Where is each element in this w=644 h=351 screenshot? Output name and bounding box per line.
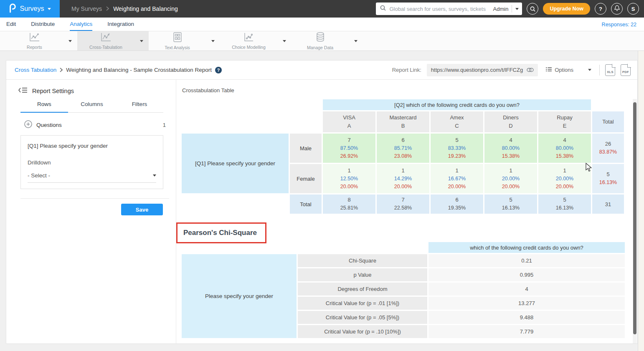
toolbar-label: Manage Data: [307, 45, 333, 50]
chi-stat-value: 0.995: [428, 268, 625, 281]
search-scope-label[interactable]: Admin: [493, 6, 509, 12]
report-main: Crosstabulation Table [Q2] which of the …: [176, 80, 637, 343]
tab-filters[interactable]: Filters: [116, 101, 163, 112]
column-header: DinersD: [484, 111, 537, 132]
nav-item-edit[interactable]: Edit: [6, 21, 16, 31]
choice-modelling-dropdown[interactable]: [277, 31, 292, 51]
question-item[interactable]: [Q1] Please specify your gender Drilldow…: [20, 135, 163, 189]
chi-stat-label: Degrees of Freedom: [298, 283, 427, 295]
responses-count[interactable]: Responses: 22: [602, 22, 636, 28]
search-button[interactable]: [527, 3, 538, 15]
chi-stat-value: 9.488: [428, 311, 625, 324]
chi-stat-value: 0.21: [428, 254, 625, 267]
report-title: Weighting and Balancing - Sample Crossta…: [66, 67, 212, 73]
report-url[interactable]: https://www.questionpro.com/t/lFFCZg: [431, 67, 523, 73]
chi-stat-value: 13.277: [428, 297, 625, 310]
toolbar-choice-modelling: Choice Modelling: [220, 31, 292, 51]
nav-item-integration[interactable]: Integration: [107, 21, 134, 31]
report-scrollbar: [633, 99, 637, 343]
scrollbar-thumb[interactable]: [633, 102, 636, 334]
options-label: Options: [555, 67, 573, 73]
total-cell: 516.13%: [538, 194, 591, 214]
cross-tabulation-dropdown[interactable]: [134, 31, 149, 51]
search-scope-dropdown-icon[interactable]: [515, 8, 519, 10]
toolbar-text-analysis-button[interactable]: Text Analysis: [149, 31, 206, 51]
add-question-icon[interactable]: [24, 120, 32, 130]
report-url-box[interactable]: https://www.questionpro.com/t/lFFCZg: [427, 64, 538, 76]
tab-columns[interactable]: Columns: [68, 101, 116, 112]
search-input[interactable]: [389, 6, 489, 12]
content-area: Cross Tabulation Weighting and Balancing…: [0, 51, 644, 351]
manage-data-dropdown[interactable]: [349, 31, 363, 51]
upgrade-now-button[interactable]: Upgrade Now: [543, 3, 590, 15]
pdf-icon: PDF: [622, 70, 629, 76]
options-button[interactable]: Options: [543, 67, 594, 73]
product-name: Surveys: [20, 5, 44, 13]
save-button[interactable]: Save: [121, 204, 163, 215]
report-link-label: Report Link:: [392, 67, 421, 73]
document-grid-icon: [173, 32, 182, 44]
help-button[interactable]: ?: [595, 3, 606, 15]
avatar[interactable]: S: [627, 3, 639, 15]
export-xls-button[interactable]: XLS: [605, 64, 615, 76]
toolbar-manage-data-button[interactable]: Manage Data: [292, 31, 349, 51]
global-search: Admin: [376, 3, 522, 15]
row-total-cell: 2683.87%: [592, 134, 624, 163]
row-total-cell: 516.13%: [592, 164, 624, 193]
text-analysis-dropdown[interactable]: [206, 31, 220, 51]
chi-stat-value: 7.779: [428, 325, 625, 338]
column-header: AmexC: [431, 111, 483, 132]
grand-total-cell: 31: [592, 194, 624, 214]
scatter-chart-icon: [244, 33, 254, 43]
product-switcher[interactable]: Surveys: [0, 0, 60, 18]
panel-title: Report Settings: [32, 88, 74, 94]
questions-row: Questions 1: [24, 120, 166, 130]
total-cell: 825.81%: [323, 194, 375, 214]
crosstab-table: [Q2] which of the following credit cards…: [180, 98, 625, 215]
data-cell: 583.33%19.23%: [431, 134, 483, 163]
report-card: Cross Tabulation Weighting and Balancing…: [6, 60, 638, 344]
chi-column-header: which of the following credit cards do y…: [428, 242, 625, 253]
questionpro-logo-icon: [9, 3, 16, 15]
drilldown-label: Drilldown: [28, 159, 156, 166]
chevron-right-icon: [106, 5, 109, 12]
toolbar-choice-modelling-button[interactable]: Choice Modelling: [220, 31, 277, 51]
export-pdf-button[interactable]: PDF: [621, 64, 631, 76]
chevron-right-icon: [60, 68, 63, 72]
chi-stat-value: 4: [428, 283, 625, 295]
toolbar-reports-button[interactable]: Reports: [6, 31, 63, 51]
report-settings-header: Report Settings: [18, 87, 176, 94]
total-row-label: Total: [290, 194, 322, 214]
collapse-panel-icon[interactable]: [18, 87, 28, 94]
top-bar: Surveys My Surveys Weighting and Balanci…: [0, 0, 644, 18]
notifications-button[interactable]: [611, 3, 623, 15]
tab-rows[interactable]: Rows: [20, 101, 68, 113]
breadcrumb-my-surveys[interactable]: My Surveys: [71, 5, 102, 12]
column-header: MastercardB: [377, 111, 429, 132]
row-question-cell: [Q1] Please specify your gender: [182, 134, 289, 193]
nav-item-analytics[interactable]: Analytics: [70, 21, 92, 31]
drilldown-select[interactable]: - Select -: [28, 172, 156, 183]
link-icon: [527, 66, 534, 74]
toolbar-manage-data: Manage Data: [292, 31, 363, 51]
data-cell: 120.00%20.00%: [538, 164, 591, 193]
reports-dropdown[interactable]: [63, 31, 77, 51]
cross-tabulation-link[interactable]: Cross Tabulation: [15, 67, 56, 73]
report-header: Cross Tabulation Weighting and Balancing…: [6, 61, 637, 80]
toolbar-label: Text Analysis: [165, 45, 190, 50]
nav-item-distribute[interactable]: Distribute: [31, 21, 55, 31]
search-icon: [380, 5, 386, 13]
divider: [512, 5, 512, 13]
select-dropdown-icon: [153, 174, 156, 177]
chi-stat-label: p Value: [298, 268, 427, 281]
total-cell: 722.58%: [377, 194, 429, 214]
toolbar-label: Cross-Tabulation: [89, 45, 122, 50]
row-label-male: Male: [290, 134, 322, 163]
options-dropdown-icon: [588, 69, 591, 71]
chevron-down-icon: [48, 8, 51, 10]
chi-row-header: Please specify your gender: [182, 254, 297, 338]
toolbar-cross-tabulation-button[interactable]: Cross-Tabulation: [77, 31, 134, 51]
chi-square-table: which of the following credit cards do y…: [180, 241, 626, 339]
title-help-icon[interactable]: ?: [215, 67, 222, 73]
toolbar-cross-tabulation: Cross-Tabulation: [77, 31, 149, 51]
